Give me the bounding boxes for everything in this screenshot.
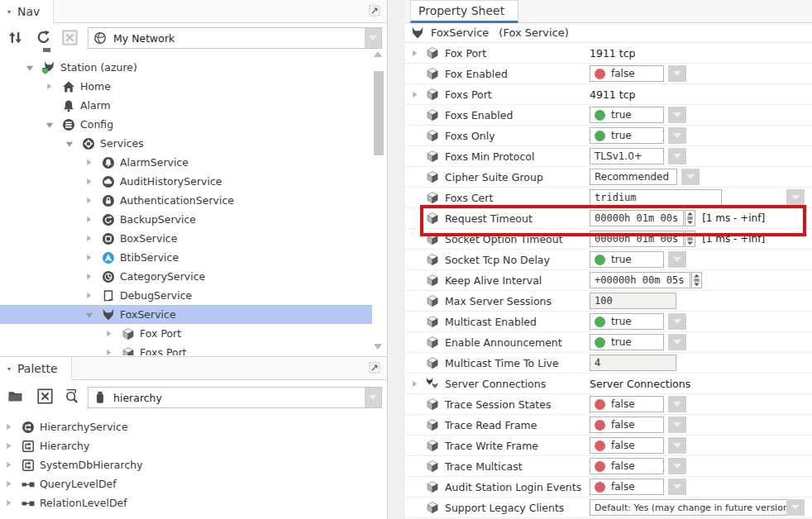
dropdown-button[interactable]: [668, 107, 686, 123]
spinner-icon[interactable]: [685, 231, 695, 247]
tree-item-foxservice[interactable]: FoxService: [0, 305, 372, 324]
collapsed-arrow-icon[interactable]: [5, 480, 21, 488]
tree-item-hierarchyservice[interactable]: HierarchyService: [0, 417, 372, 436]
property-row-trace-write-frame[interactable]: Trace Write Framefalse: [405, 436, 812, 456]
select-field[interactable]: tridium: [590, 189, 722, 206]
number-field[interactable]: 4: [590, 355, 676, 371]
dropdown-button[interactable]: [668, 458, 686, 474]
expanded-arrow-icon[interactable]: [45, 121, 62, 129]
boolean-field[interactable]: false: [590, 417, 664, 433]
tree-item-categoryservice[interactable]: CategoryService: [0, 267, 372, 286]
property-row-server-connections[interactable]: Server ConnectionsServer Connections: [405, 374, 812, 394]
collapsed-arrow-icon[interactable]: [85, 159, 102, 166]
nav-ord-combobox[interactable]: My Network: [88, 27, 382, 49]
tree-item-systemdbhierarchy[interactable]: SystemDbHierarchy: [0, 455, 372, 474]
dropdown-button[interactable]: [668, 437, 686, 454]
scroll-down-icon[interactable]: [374, 344, 382, 350]
refresh-button[interactable]: [35, 29, 51, 45]
tree-item-backupservice[interactable]: BackupService: [0, 210, 372, 229]
dropdown-button[interactable]: [668, 479, 686, 495]
collapsed-arrow-icon[interactable]: [411, 380, 426, 388]
dropdown-button[interactable]: [668, 251, 686, 268]
tree-item-foxs-port[interactable]: Foxs Port: [0, 343, 372, 355]
tree-item-authenticationservice[interactable]: AuthenticationService: [0, 191, 372, 210]
collapsed-arrow-icon[interactable]: [5, 499, 21, 507]
tree-item-fox-port[interactable]: Fox Port: [0, 324, 372, 343]
property-row-socket-tcp-no-delay[interactable]: Socket Tcp No Delaytrue: [405, 250, 812, 270]
tree-item-alarm[interactable]: Alarm: [0, 96, 372, 115]
property-row-enable-announcement[interactable]: Enable Announcementtrue: [405, 332, 812, 353]
pane-splitter[interactable]: [388, 0, 405, 519]
property-row-keep-alive-interval[interactable]: Keep Alive Interval+00000h 00m 05s: [405, 270, 812, 291]
collapsed-arrow-icon[interactable]: [5, 423, 21, 431]
combo-dropdown-button[interactable]: [365, 388, 381, 407]
tab-property-sheet[interactable]: Property Sheet: [410, 0, 518, 23]
time-field[interactable]: 00000h 01m 00s: [590, 231, 684, 247]
expanded-arrow-icon[interactable]: [85, 311, 102, 319]
collapsed-arrow-icon[interactable]: [85, 197, 102, 204]
boolean-field[interactable]: false: [590, 437, 664, 454]
dropdown-button[interactable]: [668, 65, 686, 82]
boolean-field[interactable]: true: [590, 251, 664, 268]
property-row-foxs-port[interactable]: Foxs Port4911 tcp: [405, 84, 812, 105]
dropdown-button[interactable]: [786, 189, 805, 206]
property-row-socket-option-timeout[interactable]: Socket Option Timeout00000h 01m 00s[1 ms…: [405, 229, 812, 250]
property-row-trace-session-states[interactable]: Trace Session Statesfalse: [405, 394, 812, 415]
search-palette-button[interactable]: [63, 388, 79, 404]
property-row-multicast-enabled[interactable]: Multicast Enabledtrue: [405, 312, 812, 332]
palette-combobox[interactable]: hierarchy: [88, 387, 382, 408]
dropdown-button[interactable]: [668, 396, 686, 412]
select-field[interactable]: Recommended: [590, 169, 677, 185]
boolean-field[interactable]: true: [590, 107, 664, 123]
open-palette-button[interactable]: [7, 388, 23, 404]
property-row-foxs-only[interactable]: Foxs Onlytrue: [405, 126, 812, 146]
property-row-fox-enabled[interactable]: Fox Enabledfalse: [405, 64, 812, 84]
collapsed-arrow-icon[interactable]: [85, 235, 102, 242]
collapsed-arrow-icon[interactable]: [411, 91, 426, 98]
property-row-multicast-time-to-live[interactable]: Multicast Time To Live4: [405, 353, 812, 374]
tree-item-relationleveldef[interactable]: RelationLevelDef: [0, 493, 372, 512]
tab-caret-icon[interactable]: ▾: [7, 8, 11, 16]
property-row-cipher-suite-group[interactable]: Cipher Suite GroupRecommended: [405, 167, 812, 188]
combo-dropdown-button[interactable]: [365, 28, 381, 48]
tree-item-boxservice[interactable]: BoxService: [0, 229, 372, 248]
property-row-foxs-enabled[interactable]: Foxs Enabledtrue: [405, 105, 812, 126]
tree-item-debugservice[interactable]: DebugService: [0, 286, 372, 305]
select-field[interactable]: Default: Yes (may change in future versi…: [590, 499, 788, 516]
dropdown-button[interactable]: [668, 334, 686, 350]
number-field[interactable]: 100: [590, 293, 676, 309]
scrollbar-thumb[interactable]: [374, 71, 384, 155]
dropdown-button[interactable]: [668, 148, 686, 164]
property-row-foxs-min-protocol[interactable]: Foxs Min ProtocolTLSv1.0+: [405, 146, 812, 167]
collapsed-arrow-icon[interactable]: [5, 461, 21, 469]
collapsed-arrow-icon[interactable]: [85, 292, 102, 299]
tab-palette[interactable]: ▾ Palette: [0, 357, 72, 380]
scroll-up-icon[interactable]: [374, 51, 382, 57]
boolean-field[interactable]: true: [590, 313, 664, 330]
tree-item-queryleveldef[interactable]: QueryLevelDef: [0, 474, 372, 493]
collapsed-arrow-icon[interactable]: [5, 442, 21, 450]
tree-item-home[interactable]: Home: [0, 77, 372, 96]
dropdown-button[interactable]: [668, 313, 686, 330]
expanded-arrow-icon[interactable]: [26, 64, 42, 72]
collapsed-arrow-icon[interactable]: [85, 273, 102, 280]
dropdown-button[interactable]: [668, 417, 686, 433]
tree-item-station-azure[interactable]: Station (azure): [0, 58, 372, 77]
tab-nav[interactable]: ▾ Nav: [0, 0, 54, 23]
boolean-field[interactable]: true: [590, 334, 664, 350]
collapsed-arrow-icon[interactable]: [85, 216, 102, 223]
property-row-support-legacy-clients[interactable]: Support Legacy ClientsDefault: Yes (may …: [405, 498, 812, 518]
collapsed-arrow-icon[interactable]: [105, 349, 122, 355]
collapsed-arrow-icon[interactable]: [85, 178, 102, 185]
collapsed-arrow-icon[interactable]: [85, 254, 102, 261]
boolean-field[interactable]: false: [590, 458, 664, 474]
property-row-audit-station-login-events[interactable]: Audit Station Login Eventsfalse: [405, 477, 812, 498]
dropdown-button[interactable]: [668, 127, 686, 144]
close-palette-button[interactable]: [36, 388, 53, 404]
tree-item-hierarchy[interactable]: Hierarchy: [0, 436, 372, 455]
popout-icon[interactable]: [366, 359, 383, 376]
collapsed-arrow-icon[interactable]: [411, 50, 426, 57]
select-field[interactable]: TLSv1.0+: [590, 148, 664, 164]
collapsed-arrow-icon[interactable]: [105, 330, 122, 337]
tree-item-config[interactable]: Config: [0, 115, 372, 134]
